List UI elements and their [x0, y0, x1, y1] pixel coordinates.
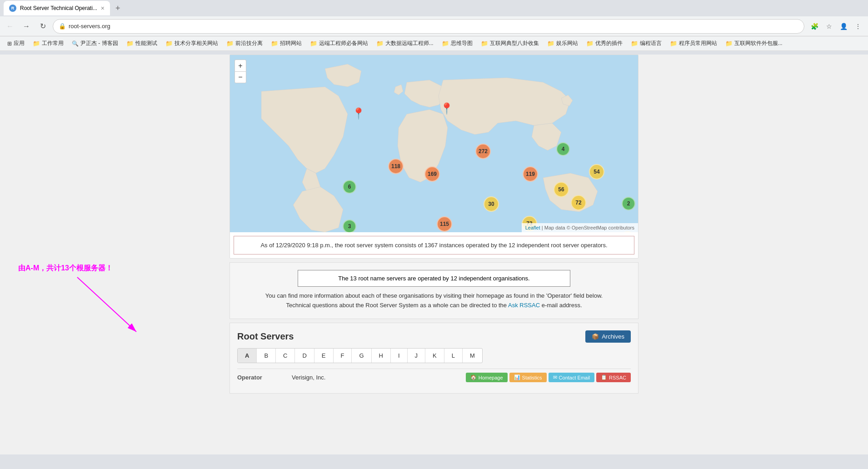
rssac-button[interactable]: 📋 RSSAC	[596, 373, 631, 382]
cluster-72[interactable]: 72	[571, 195, 586, 210]
server-tab-G[interactable]: G	[352, 349, 371, 363]
cluster-115[interactable]: 115	[437, 216, 452, 232]
bookmark-label: 优秀的插件	[595, 40, 623, 47]
folder-icon: 📁	[725, 40, 733, 47]
bookmark-label: 前沿技分离	[235, 40, 263, 47]
server-tab-D[interactable]: D	[295, 349, 314, 363]
tab-bar: R Root Server Technical Operati... × +	[0, 0, 868, 16]
bookmark-remote[interactable]: 📁 远端工程师必备网站	[306, 39, 372, 48]
homepage-button[interactable]: 🏠 Homepage	[466, 373, 508, 382]
bookmark-plugins[interactable]: 📁 优秀的插件	[583, 39, 626, 48]
cluster-6[interactable]: 6	[343, 180, 356, 194]
cluster-value: 2	[627, 200, 630, 207]
leaflet-link[interactable]: Leaflet	[525, 225, 540, 230]
server-tab-J[interactable]: J	[408, 349, 426, 363]
contact-label: Contact Email	[559, 375, 590, 380]
ask-rssac-link[interactable]: Ask RSSAC	[508, 302, 540, 309]
account-button[interactable]: 👤	[837, 20, 850, 33]
cluster-value: 6	[348, 184, 351, 190]
cluster-value: 3	[348, 223, 351, 230]
back-button[interactable]: ←	[4, 20, 16, 33]
tab-favicon: R	[9, 5, 16, 12]
info-para2-before: Technical questions about the Root Serve…	[286, 302, 508, 309]
folder-icon: 📁	[33, 40, 40, 47]
bookmark-button[interactable]: ☆	[823, 20, 835, 33]
new-tab-button[interactable]: +	[112, 2, 124, 15]
cluster-169[interactable]: 169	[424, 166, 440, 182]
server-tab-C[interactable]: C	[276, 349, 295, 363]
tab-title: Root Server Technical Operati...	[20, 5, 97, 11]
bookmark-devtools[interactable]: 📁 程序员常用网站	[666, 39, 721, 48]
bookmark-label: 技术分享相关网站	[175, 40, 218, 47]
root-servers-section: Root Servers 📦 Archives A B C D E F G H …	[229, 323, 639, 394]
cluster-119[interactable]: 119	[523, 166, 538, 182]
bookmark-search[interactable]: 🔍 尹正杰 - 博客园	[68, 39, 122, 48]
server-tab-B[interactable]: B	[257, 349, 276, 363]
info-section: The 13 root name servers are operated by…	[229, 262, 639, 319]
contact-email-button[interactable]: ✉ Contact Email	[549, 373, 594, 382]
bookmark-mindmap[interactable]: 📁 思维导图	[438, 39, 476, 48]
operator-row: Operator Verisign, Inc. 🏠 Homepage 📊 Sta…	[237, 369, 631, 386]
cluster-2[interactable]: 2	[622, 197, 635, 210]
browser-window: R Root Server Technical Operati... × + ←…	[0, 0, 868, 469]
bookmark-label: 应用	[14, 40, 25, 47]
server-tab-L[interactable]: L	[444, 349, 463, 363]
bookmark-label: 互联网典型八卦收集	[490, 40, 539, 47]
navigation-bar: ← → ↻ 🔒 root-servers.org 🧩 ☆ 👤 ⋮	[0, 16, 868, 36]
address-bar[interactable]: 🔒 root-servers.org	[53, 19, 804, 34]
cluster-value: 115	[440, 221, 449, 227]
tab-close-button[interactable]: ×	[101, 5, 105, 12]
root-servers-title: Root Servers	[237, 331, 294, 342]
world-map[interactable]: + −	[230, 55, 638, 232]
operator-buttons: 🏠 Homepage 📊 Statistics ✉ Contact Email …	[466, 373, 631, 382]
folder-icon: 📁	[631, 40, 638, 47]
server-tab-M[interactable]: M	[463, 349, 482, 363]
server-tab-E[interactable]: E	[314, 349, 334, 363]
map-zoom-controls: + −	[234, 60, 246, 83]
server-tab-I[interactable]: I	[391, 349, 408, 363]
server-tab-F[interactable]: F	[334, 349, 352, 363]
cluster-4[interactable]: 4	[556, 142, 570, 156]
active-tab[interactable]: R Root Server Technical Operati... ×	[4, 1, 110, 15]
bookmark-outsource[interactable]: 📁 互联网软件外包服...	[722, 39, 786, 48]
server-tab-A[interactable]: A	[238, 349, 257, 363]
refresh-button[interactable]: ↻	[36, 20, 49, 33]
menu-button[interactable]: ⋮	[852, 20, 864, 33]
cluster-3[interactable]: 3	[343, 220, 356, 232]
statistics-button[interactable]: 📊 Statistics	[509, 373, 547, 382]
info-box: The 13 root name servers are operated by…	[298, 270, 570, 287]
bookmark-entertainment[interactable]: 📁 娱乐网站	[544, 39, 582, 48]
cluster-30[interactable]: 30	[484, 196, 499, 212]
zoom-out-button[interactable]: −	[234, 71, 246, 83]
archive-icon: 📦	[592, 333, 599, 340]
archives-button[interactable]: 📦 Archives	[585, 330, 631, 343]
bookmark-jobs[interactable]: 📁 招聘网站	[267, 39, 305, 48]
cluster-54[interactable]: 54	[589, 164, 604, 180]
bookmark-tech[interactable]: 📁 技术分享相关网站	[162, 39, 222, 48]
cluster-value: 72	[575, 200, 581, 206]
bookmark-apps[interactable]: ⊞ 应用	[4, 39, 28, 48]
bookmark-label: 互联网软件外包服...	[734, 40, 783, 47]
bookmark-coding[interactable]: 📁 编程语言	[627, 39, 665, 48]
cluster-118[interactable]: 118	[388, 159, 404, 174]
folder-icon: 📁	[126, 40, 134, 47]
bookmark-bigdata[interactable]: 📁 大数据远端工程师...	[373, 39, 437, 48]
forward-button[interactable]: →	[20, 20, 33, 33]
bookmark-work[interactable]: 📁 工作常用	[29, 39, 67, 48]
bookmark-gossip[interactable]: 📁 互联网典型八卦收集	[477, 39, 543, 48]
folder-icon: 📁	[586, 40, 594, 47]
cluster-272[interactable]: 272	[475, 144, 491, 159]
server-tab-H[interactable]: H	[372, 349, 391, 363]
email-icon: ✉	[553, 374, 557, 380]
lock-icon: 🔒	[59, 23, 66, 30]
bookmark-label: 思维导图	[451, 40, 473, 47]
extensions-button[interactable]: 🧩	[808, 20, 821, 33]
bookmark-frontier[interactable]: 📁 前沿技分离	[223, 39, 266, 48]
zoom-in-button[interactable]: +	[234, 60, 246, 71]
cluster-56[interactable]: 56	[554, 182, 569, 197]
bookmark-label: 招聘网站	[280, 40, 302, 47]
info-box-text: The 13 root name servers are operated by…	[338, 275, 529, 282]
folder-icon: 📁	[376, 40, 384, 47]
bookmark-perf[interactable]: 📁 性能测试	[123, 39, 161, 48]
server-tab-K[interactable]: K	[425, 349, 444, 363]
